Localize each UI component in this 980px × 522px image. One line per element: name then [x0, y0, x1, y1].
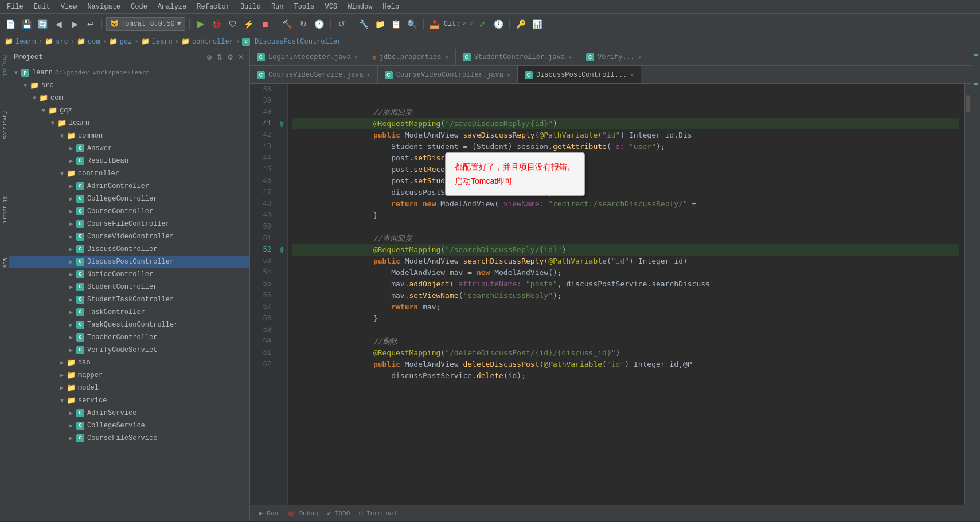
tree-item-ResultBean[interactable]: ▶ C ResultBean [9, 155, 249, 167]
tree-item-service[interactable]: ▼ 📁 service [9, 394, 249, 407]
bottom-tab-todo[interactable]: ✔ TODO [323, 508, 355, 518]
tree-item-model[interactable]: ▶ 📁 model [9, 382, 249, 394]
tab-close-button[interactable]: ✕ [367, 72, 370, 79]
debug-button[interactable]: 🐞 [210, 17, 224, 31]
tab-close-button[interactable]: ✕ [630, 72, 634, 79]
tree-item-controller[interactable]: ▼ 📁 controller [9, 167, 249, 180]
tree-item-root[interactable]: ▼ P learn O:\gqzdev-workspace\learn [9, 66, 249, 79]
sidebar-tab-web[interactable]: Web [0, 253, 9, 273]
extra-button2[interactable]: 📊 [530, 17, 544, 31]
tree-item-StudentController[interactable]: ▶ C StudentController [9, 281, 249, 293]
menu-view[interactable]: View [56, 2, 82, 12]
breadcrumb-gqz[interactable]: 📁 gqz [109, 37, 132, 46]
tab-close-button[interactable]: ✕ [354, 54, 358, 61]
tree-item-AdminController[interactable]: ▶ C AdminController [9, 180, 249, 193]
tab-close-button[interactable]: ✕ [638, 54, 642, 61]
panel-close-button[interactable]: ✕ [237, 52, 245, 62]
sidebar-tab-project[interactable]: Project [0, 49, 9, 83]
menu-tools[interactable]: Tools [290, 2, 319, 12]
undo-button[interactable]: ↺ [335, 17, 349, 31]
breadcrumb-controller[interactable]: 📁 controller [181, 37, 233, 46]
panel-expand-button[interactable]: ⇅ [216, 52, 224, 62]
git-merge-button[interactable]: ⤢ [475, 17, 489, 31]
menu-analyze[interactable]: Analyze [153, 2, 191, 12]
run-button[interactable]: ▶ [194, 17, 208, 31]
bottom-tab-terminal[interactable]: ⊞ Terminal [354, 508, 401, 518]
save-button[interactable]: 💾 [19, 17, 33, 31]
tree-item-DiscussPostController[interactable]: ▶ C DiscussPostController [9, 256, 249, 268]
tab-LoginIntecepter[interactable]: C LoginIntecepter.java ✕ [250, 49, 365, 65]
breadcrumb-learn2[interactable]: 📁 learn [141, 37, 173, 46]
project-tree[interactable]: ▼ P learn O:\gqzdev-workspace\learn ▼ 📁 … [9, 65, 249, 521]
tree-item-CollegeService[interactable]: ▶ C CollegeService [9, 419, 249, 432]
tree-item-common[interactable]: ▼ 📁 common [9, 129, 249, 142]
tree-item-TaskController[interactable]: ▶ C TaskController [9, 306, 249, 319]
undo-recent[interactable]: ↩ [84, 17, 97, 31]
reload-button[interactable]: ↻ [296, 17, 310, 31]
tab-StudentController[interactable]: C StudentController.java ✕ [456, 49, 579, 65]
breadcrumb-learn[interactable]: 📁 learn [5, 37, 36, 46]
sync-button[interactable]: 🔄 [36, 17, 49, 31]
tree-item-TeacherController[interactable]: ▶ C TeacherController [9, 331, 249, 344]
menu-edit[interactable]: Edit [29, 2, 55, 12]
tree-item-CourseFileController[interactable]: ▶ C CourseFileController [9, 218, 249, 230]
bottom-tab-debug[interactable]: 🐞 Debug [283, 508, 323, 518]
run-config-selector[interactable]: 🐱 Tomcat 8.0.50 ▼ [106, 17, 185, 31]
tab-Verify[interactable]: C Verify... ✕ [579, 49, 649, 65]
tree-item-TaskQuestionController[interactable]: ▶ C TaskQuestionController [9, 319, 249, 331]
code-content[interactable]: //添加回复 @RequestMapping("/saveDiscussRepl… [288, 84, 964, 505]
tree-item-com[interactable]: ▼ 📁 com [9, 92, 249, 104]
panel-new-button[interactable]: ⊕ [205, 52, 213, 62]
menu-file[interactable]: File [2, 2, 28, 12]
commit-button[interactable]: 🕐 [491, 17, 505, 31]
new-button[interactable]: 📄 [3, 17, 17, 31]
menu-build[interactable]: Build [236, 2, 266, 12]
tab-close-button[interactable]: ✕ [445, 54, 448, 61]
breadcrumb-src[interactable]: 📁 src [45, 37, 68, 46]
tree-item-CourseController[interactable]: ▶ C CourseController [9, 205, 249, 218]
history-button[interactable]: 🕐 [313, 17, 326, 31]
tab-close-button[interactable]: ✕ [568, 54, 572, 61]
breadcrumb-file[interactable]: C DiscussPostController [242, 38, 341, 46]
menu-refactor[interactable]: Refactor [192, 2, 235, 12]
tree-item-CourseVideoController[interactable]: ▶ C CourseVideoController [9, 230, 249, 243]
forward-button[interactable]: ▶ [68, 17, 81, 31]
tree-item-CourseFileService[interactable]: ▶ C CourseFileService [9, 432, 249, 445]
tab-DiscussPostController[interactable]: C DiscussPostControll... ✕ [518, 66, 641, 84]
bottom-tab-run[interactable]: ▶ Run [255, 508, 283, 518]
tree-item-StudentTaskController[interactable]: ▶ C StudentTaskController [9, 293, 249, 306]
tab-close-button[interactable]: ✕ [507, 72, 510, 79]
tree-item-Answer[interactable]: ▶ C Answer [9, 142, 249, 155]
local-history-button[interactable]: 📋 [389, 17, 403, 31]
tree-item-NoticeController[interactable]: ▶ C NoticeController [9, 268, 249, 281]
tree-item-src[interactable]: ▼ 📁 src [9, 79, 249, 92]
scrollbar-right[interactable] [964, 84, 971, 505]
tab-jdbc[interactable]: ⚙ jdbc.properties ✕ [365, 49, 456, 65]
menu-navigate[interactable]: Navigate [83, 2, 125, 12]
tree-item-mapper[interactable]: ▶ 📁 mapper [9, 369, 249, 382]
tools-button[interactable]: 🔧 [357, 17, 371, 31]
tree-item-dao[interactable]: ▶ 📁 dao [9, 356, 249, 369]
menu-help[interactable]: Help [378, 2, 404, 12]
panel-gear-button[interactable]: ⚙ [226, 52, 235, 62]
tree-item-DiscussController[interactable]: ▶ C DiscussController [9, 243, 249, 256]
menu-run[interactable]: Run [267, 2, 288, 12]
code-editor[interactable]: 都配置好了，并且项目没有报错。 启动Tomcat即可 38 39 40 41 4… [250, 84, 971, 505]
sidebar-tab-structure[interactable]: Structure [0, 190, 9, 230]
share-button[interactable]: 📤 [428, 17, 442, 31]
tree-item-CollegeController[interactable]: ▶ C CollegeController [9, 193, 249, 205]
tree-item-VerifyCodeServlet[interactable]: ▶ C VerifyCodeServlet [9, 344, 249, 356]
tree-item-learn[interactable]: ▼ 📁 learn [9, 117, 249, 129]
vcs-button[interactable]: 📁 [373, 17, 387, 31]
tab-CourseVideoController[interactable]: C CourseVideoController.java ✕ [378, 66, 518, 83]
coverage-button[interactable]: 🛡 [226, 17, 240, 31]
menu-code[interactable]: Code [126, 2, 152, 12]
stop-button[interactable]: ⏹ [258, 17, 272, 31]
menu-vcs[interactable]: VCS [321, 2, 342, 12]
tree-item-gqz[interactable]: ▼ 📁 gqz [9, 104, 249, 117]
back-button[interactable]: ◀ [52, 17, 65, 31]
extra-button1[interactable]: 🔑 [514, 17, 528, 31]
menu-window[interactable]: Window [343, 2, 377, 12]
breadcrumb-com[interactable]: 📁 com [77, 37, 100, 46]
sidebar-tab-favorites[interactable]: Favorites [0, 105, 9, 145]
